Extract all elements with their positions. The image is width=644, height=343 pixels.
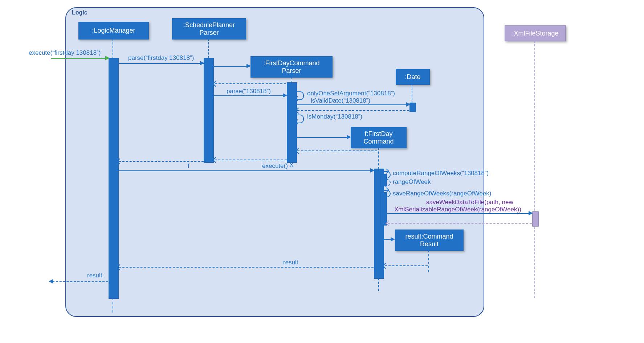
package-label: Logic bbox=[72, 9, 87, 16]
arrow-cr-ret bbox=[385, 265, 428, 266]
label-savefile1: saveWeekDataToFile(path, new bbox=[426, 199, 513, 206]
arrow-create-fdc bbox=[296, 137, 350, 138]
arrow-parse2 bbox=[213, 95, 286, 96]
arrow-execute-in-head bbox=[105, 56, 110, 60]
logic-package-frame bbox=[65, 7, 484, 317]
label-ismonday: isMonday(“130818”) bbox=[307, 113, 362, 120]
arrow-isvalid-head bbox=[406, 102, 411, 107]
xfs-activation bbox=[532, 211, 539, 227]
firstdaycommandparser-lifeline: :FirstDayCommand Parser bbox=[250, 56, 333, 78]
arrow-savefile bbox=[386, 213, 531, 214]
arrow-isvalid-ret bbox=[297, 110, 409, 111]
label-isvalid: isValidDate(“130818”) bbox=[311, 97, 370, 104]
scheduleplannerparser-lifeline: :SchedulePlanner Parser bbox=[172, 18, 246, 40]
arrow-parse1-head bbox=[200, 61, 204, 65]
date-lifeline-dash bbox=[412, 84, 412, 103]
firstdaycommand-lifeline: f:FirstDay Command bbox=[351, 127, 407, 148]
fdc-lifeline-dash-bot bbox=[378, 278, 379, 291]
logicmanager-lifeline: :LogicManager bbox=[78, 22, 149, 40]
label-execute-in: execute(“firstday 130818”) bbox=[29, 49, 101, 57]
label-parse2: parse(“130818”) bbox=[227, 88, 271, 95]
arrow-result-out-head bbox=[49, 279, 53, 284]
arrow-execute bbox=[118, 170, 373, 171]
arrow-create-fdcp-head bbox=[246, 64, 251, 68]
cr-lifeline-dash bbox=[428, 250, 429, 272]
spp-lifeline-dash bbox=[208, 39, 209, 58]
label-compute: computeRangeOfWeeks(“130818”) bbox=[393, 170, 489, 177]
arrow-isvalid bbox=[296, 104, 409, 105]
arrow-execute-in bbox=[51, 58, 108, 59]
lm-lifeline-dash bbox=[113, 39, 113, 59]
arrow-create-fdc-ret bbox=[297, 150, 377, 151]
arrow-parse2-head bbox=[283, 93, 287, 98]
arrow-result-out bbox=[52, 281, 108, 282]
arrow-savefile-head bbox=[529, 211, 533, 215]
label-onlyone: onlyOneSetArgument(“130818”) bbox=[307, 90, 395, 97]
fdcp-destroy-x: X bbox=[289, 161, 294, 169]
xmlfilestorage-lifeline: :XmlFileStorage bbox=[505, 25, 566, 41]
arrow-ret-fdcp-create bbox=[215, 83, 286, 84]
arrow-result bbox=[119, 267, 374, 268]
arrow-create-fdcp bbox=[213, 66, 249, 67]
xfs-lifeline-dash bbox=[534, 41, 535, 298]
sequence-diagram: Logic :LogicManager :SchedulePlanner Par… bbox=[7, 7, 559, 323]
label-parse1: parse(“firstday 130818”) bbox=[128, 54, 194, 62]
date-lifeline: :Date bbox=[396, 69, 430, 85]
label-save: saveRangeOfWeeks(rangeOfWeek) bbox=[393, 190, 492, 197]
label-savefile2: XmlSerializableRangeOfWeek(rangeOfWeek)) bbox=[394, 206, 521, 213]
spp-activation bbox=[204, 58, 214, 163]
arrow-savefile-ret bbox=[388, 223, 532, 224]
arrow-create-fdc-head bbox=[347, 135, 351, 139]
arrow-create-cr-head bbox=[391, 237, 395, 241]
arrow-f-ret bbox=[119, 161, 204, 162]
label-range-ret: rangeOfWeek bbox=[393, 178, 431, 186]
arrow-fdcp-ret-spp bbox=[215, 160, 287, 160]
label-result: result bbox=[283, 259, 298, 266]
arrow-parse1 bbox=[118, 63, 204, 64]
commandresult-lifeline: result:Command Result bbox=[395, 230, 464, 251]
lm-lifeline-dash-bot bbox=[113, 298, 113, 313]
label-f: f bbox=[188, 162, 189, 170]
label-result-out: result bbox=[87, 272, 102, 279]
lm-activation bbox=[109, 58, 119, 299]
arrow-execute-head bbox=[370, 168, 375, 173]
label-execute: execute() bbox=[262, 162, 288, 170]
fdc-lifeline-dash-top bbox=[378, 148, 379, 169]
